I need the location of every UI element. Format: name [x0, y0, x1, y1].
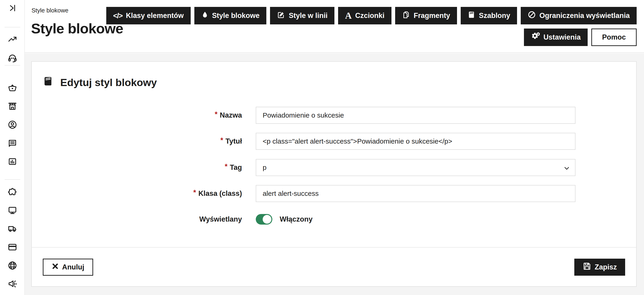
book-icon [468, 11, 476, 21]
displayed-toggle[interactable] [256, 214, 272, 225]
title-input[interactable] [256, 133, 576, 150]
page-header: Style blokowe Style blokowe </> Klasy el… [25, 0, 644, 53]
displayed-field-label: Wyświetlany [32, 211, 242, 228]
toggle-state-label: Włączony [280, 211, 312, 228]
help-button[interactable]: Pomoc [591, 29, 637, 46]
edit-block-style-card: Edytuj styl blokowy * Nazwa * Tytuł * [31, 61, 637, 287]
sidebar-divider [4, 179, 20, 180]
nav-fragmenty-button[interactable]: Fragmenty [395, 7, 457, 24]
required-asterisk: * [193, 188, 196, 197]
title-field-label: * Tytuł [32, 133, 242, 150]
megaphone-icon[interactable] [8, 279, 17, 289]
toggle-knob [263, 215, 272, 224]
settings-button[interactable]: Ustawienia [524, 29, 588, 46]
chat-icon[interactable] [8, 138, 17, 148]
save-icon [582, 262, 591, 272]
class-input[interactable] [256, 185, 576, 202]
sidebar-divider [4, 27, 20, 27]
x-icon [52, 263, 59, 271]
code-icon: </> [113, 12, 122, 20]
main-area: Style blokowe Style blokowe </> Klasy el… [25, 0, 644, 295]
basket-icon[interactable] [8, 83, 17, 93]
top-nav: </> Klasy elementów Style blokowe Style … [106, 7, 637, 24]
card-footer-divider [32, 247, 636, 248]
gears-icon [531, 32, 540, 43]
edit-square-icon [277, 11, 285, 21]
required-asterisk: * [225, 162, 228, 171]
cancel-button[interactable]: Anuluj [43, 259, 93, 276]
content-area: Edytuj styl blokowy * Nazwa * Tytuł * [25, 53, 644, 295]
name-input[interactable] [256, 107, 576, 124]
required-asterisk: * [220, 136, 223, 145]
sidebar-divider [4, 65, 20, 66]
save-button[interactable]: Zapisz [574, 259, 625, 276]
trending-up-icon[interactable] [8, 35, 17, 44]
monitor-icon[interactable] [8, 205, 17, 215]
font-icon: A [345, 11, 352, 20]
class-field-label: * Klasa (class) [32, 185, 242, 202]
expand-sidebar-icon[interactable] [8, 3, 17, 13]
chevron-down-icon [564, 165, 570, 173]
globe-icon[interactable] [8, 261, 17, 270]
truck-icon[interactable] [8, 224, 17, 233]
nav-szablony-button[interactable]: Szablony [461, 7, 517, 24]
sidebar [0, 0, 25, 295]
tag-select[interactable]: p [256, 159, 576, 176]
credit-card-icon[interactable] [8, 242, 17, 252]
book-icon [43, 76, 53, 89]
nav-czcionki-button[interactable]: A Czcionki [338, 7, 391, 24]
nav-style-blokowe-button[interactable]: Style blokowe [194, 7, 266, 24]
headset-icon[interactable] [8, 53, 17, 63]
storefront-icon[interactable] [8, 102, 17, 111]
customer-icon[interactable] [8, 120, 17, 130]
nav-style-w-linii-button[interactable]: Style w linii [270, 7, 334, 24]
name-field-label: * Nazwa [32, 107, 242, 124]
bar-chart-icon[interactable] [8, 157, 17, 166]
tag-field-label: * Tag [32, 159, 242, 176]
tag-select-value: p [263, 164, 266, 171]
required-asterisk: * [214, 110, 217, 119]
card-heading: Edytuj styl blokowy [43, 76, 157, 89]
ban-icon [528, 11, 536, 21]
card-heading-text: Edytuj styl blokowy [60, 77, 157, 89]
nav-klasy-elementow-button[interactable]: </> Klasy elementów [106, 7, 191, 24]
nav-ograniczenia-button[interactable]: Ograniczenia wyświetlania [521, 7, 637, 24]
puzzle-icon[interactable] [8, 187, 17, 197]
breadcrumb: Style blokowe [32, 7, 68, 14]
block-style-edit-page: Style blokowe Style blokowe </> Klasy el… [0, 0, 644, 295]
header-actions: Ustawienia Pomoc [524, 29, 637, 46]
pages-icon [402, 11, 410, 21]
droplet-icon [201, 11, 208, 21]
